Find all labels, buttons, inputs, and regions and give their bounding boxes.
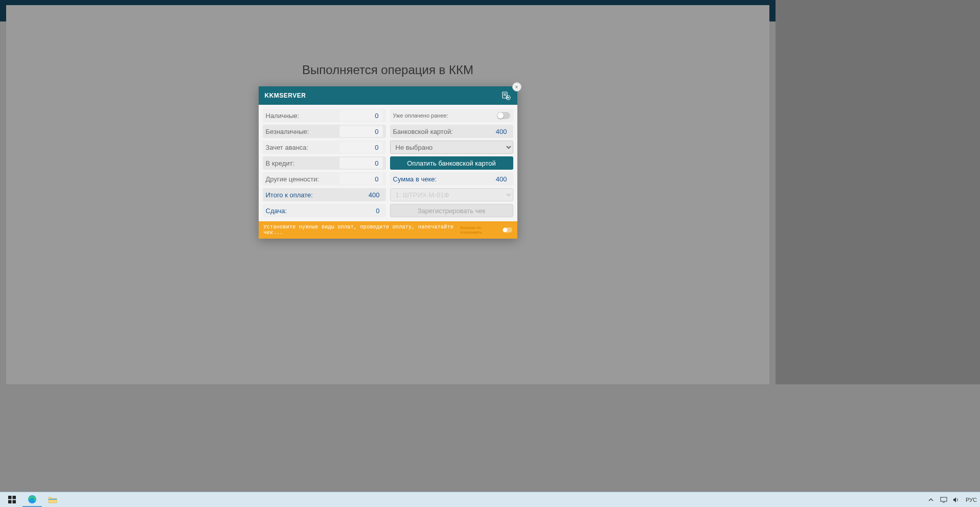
taskbar-language[interactable]: РУС xyxy=(966,497,977,503)
total-row: Итого к оплате: 400 xyxy=(263,188,386,201)
kkm-modal: × KKMSERVER xyxy=(259,86,517,239)
sum-value: 400 xyxy=(496,175,510,183)
tray-volume-icon[interactable] xyxy=(953,496,961,503)
other-row: Другие ценности: xyxy=(263,172,386,186)
backdrop-right-panel xyxy=(776,0,980,384)
change-value: 0 xyxy=(376,207,382,215)
cash-row: Наличные: xyxy=(263,109,386,122)
sum-row: Сумма в чеке: 400 xyxy=(390,172,513,186)
device-select[interactable]: 1: ШТРИХ-М-01Ф xyxy=(390,188,513,201)
noncash-input[interactable] xyxy=(339,126,383,137)
paid-before-toggle[interactable] xyxy=(497,112,510,119)
footer-toggle-group: Больше не показывать xyxy=(461,225,512,235)
modal-header: KKMSERVER xyxy=(259,86,517,105)
paid-before-row: Уже оплачено ранее: xyxy=(390,109,513,122)
right-column: Уже оплачено ранее: Банковской картой: 4… xyxy=(390,109,513,217)
modal-title: KKMSERVER xyxy=(265,92,306,99)
total-label: Итого к оплате: xyxy=(266,191,369,199)
other-input[interactable] xyxy=(339,173,383,185)
file-explorer-taskbar-icon[interactable] xyxy=(43,493,62,507)
modal-footer: Установите нужные виды оплат, проведите … xyxy=(259,221,517,239)
svg-rect-7 xyxy=(8,496,12,499)
credit-input[interactable] xyxy=(339,157,383,169)
sum-label: Сумма в чеке: xyxy=(393,175,496,183)
bank-card-label: Банковской картой: xyxy=(393,128,496,135)
cash-input[interactable] xyxy=(339,110,383,121)
taskbar-right: РУС xyxy=(927,496,980,503)
change-label: Сдача: xyxy=(266,207,376,215)
svg-rect-10 xyxy=(12,500,16,504)
modal-overlay-area: Выполняется операция в ККМ × KKMSERVER xyxy=(6,5,769,384)
terminal-select[interactable]: Не выбрано xyxy=(390,141,513,154)
paid-before-label: Уже оплачено ранее: xyxy=(393,112,497,119)
pay-card-button[interactable]: Оплатить банковской картой xyxy=(390,156,513,170)
other-label: Другие ценности: xyxy=(266,175,339,183)
footer-message: Установите нужные виды оплат, проведите … xyxy=(264,224,461,236)
modal-close-button[interactable]: × xyxy=(512,82,521,91)
tray-chevron-up-icon[interactable] xyxy=(927,496,935,503)
background-overlay: Выполняется операция в ККМ × KKMSERVER xyxy=(0,0,980,507)
advance-row: Зачет аванса: xyxy=(263,141,386,154)
cash-label: Наличные: xyxy=(266,112,339,120)
credit-row: В кредит: xyxy=(263,156,386,170)
desktop: Выполняется операция в ККМ × KKMSERVER xyxy=(0,0,980,507)
receipt-add-icon[interactable] xyxy=(501,90,511,101)
svg-rect-9 xyxy=(8,500,12,504)
svg-rect-12 xyxy=(49,499,57,500)
modal-body: Наличные: Безналичные: Зачет аванса: xyxy=(259,105,517,221)
register-receipt-button[interactable]: Зарегистрировать чек xyxy=(390,204,513,217)
advance-input[interactable] xyxy=(339,142,383,153)
noncash-label: Безналичные: xyxy=(266,128,339,135)
change-row: Сдача: 0 xyxy=(263,204,386,217)
svg-rect-8 xyxy=(12,496,16,499)
operation-title: Выполняется операция в ККМ xyxy=(302,63,473,77)
noncash-row: Безналичные: xyxy=(263,125,386,138)
start-button[interactable] xyxy=(2,493,21,507)
left-column: Наличные: Безналичные: Зачет аванса: xyxy=(263,109,386,217)
terminal-select-row: Не выбрано xyxy=(390,141,513,154)
device-select-row: 1: ШТРИХ-М-01Ф xyxy=(390,188,513,201)
tray-monitor-icon[interactable] xyxy=(940,496,948,503)
bank-card-row: Банковской картой: 400 xyxy=(390,125,513,138)
credit-label: В кредит: xyxy=(266,159,339,167)
windows-taskbar: РУС xyxy=(0,492,980,507)
register-button-row: Зарегистрировать чек xyxy=(390,204,513,217)
bank-card-value: 400 xyxy=(496,128,510,135)
svg-rect-13 xyxy=(941,497,947,501)
total-value: 400 xyxy=(369,191,383,199)
dont-show-toggle[interactable] xyxy=(503,227,512,233)
advance-label: Зачет аванса: xyxy=(266,144,339,151)
footer-toggle-label: Больше не показывать xyxy=(461,225,501,235)
pay-button-row: Оплатить банковской картой xyxy=(390,156,513,170)
taskbar-left xyxy=(0,493,62,507)
edge-browser-taskbar-icon[interactable] xyxy=(22,493,42,507)
